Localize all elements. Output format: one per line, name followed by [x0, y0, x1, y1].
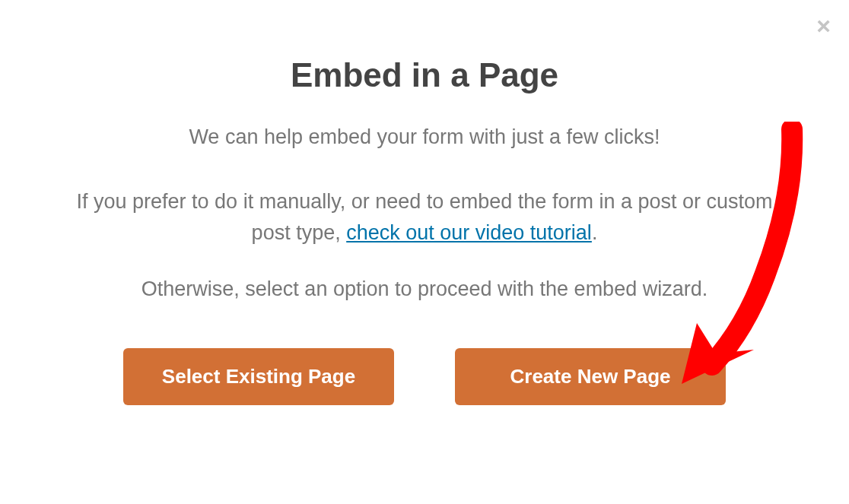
description-suffix: . — [592, 221, 598, 244]
close-icon: × — [816, 12, 831, 40]
embed-modal: × Embed in a Page We can help embed your… — [0, 0, 849, 504]
modal-description: If you prefer to do it manually, or need… — [68, 186, 781, 250]
select-existing-page-button[interactable]: Select Existing Page — [123, 348, 394, 405]
modal-title: Embed in a Page — [68, 56, 781, 94]
create-new-page-button[interactable]: Create New Page — [455, 348, 726, 405]
modal-subtitle: We can help embed your form with just a … — [68, 122, 781, 153]
tutorial-link[interactable]: check out our video tutorial — [346, 221, 592, 244]
modal-instruction: Otherwise, select an option to proceed w… — [68, 274, 781, 306]
close-button[interactable]: × — [813, 11, 834, 41]
button-row: Select Existing Page Create New Page — [68, 348, 781, 405]
